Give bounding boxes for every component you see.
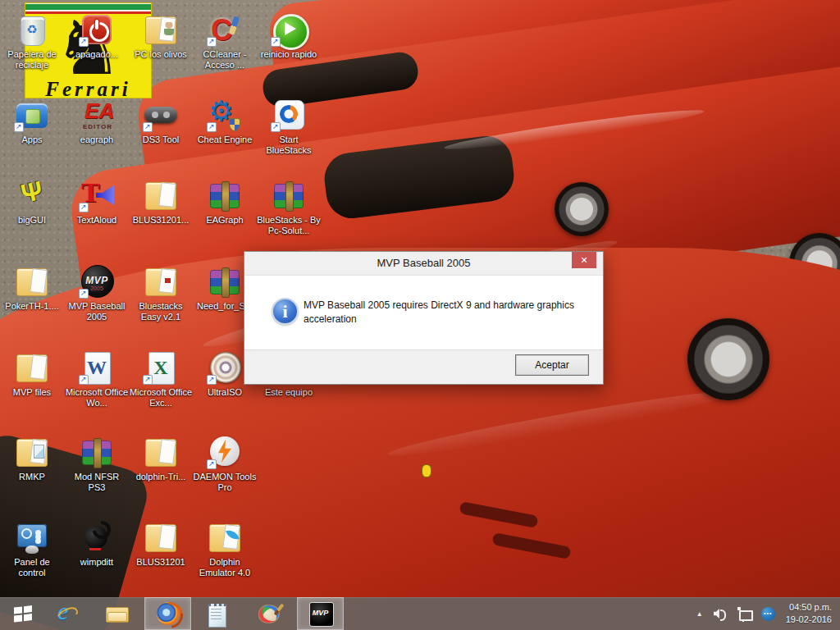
desktop-icon-label: TextAloud	[65, 215, 129, 226]
dialog-titlebar[interactable]: MVP Baseball 2005 ✕	[244, 252, 603, 275]
folder-icon	[13, 263, 51, 299]
system-tray: ▲ 04:50 p.m. 19-02-2016	[696, 597, 840, 630]
desktop-icon-ccleaner[interactable]: CCleaner - Acceso ...	[193, 11, 257, 71]
taskbar-file-explorer[interactable]	[95, 597, 138, 630]
desktop-icon-microsoft-office-word[interactable]: Microsoft Office Wo...	[65, 349, 129, 409]
desktop-icon-bluestacks-pcsolut[interactable]: BlueStacks - By Pc-Solut...	[257, 177, 321, 236]
rar-icon	[206, 177, 244, 213]
desktop-icon-panel-de-control[interactable]: Panel de control	[0, 519, 64, 578]
wimp-icon	[78, 519, 116, 555]
internet-explorer-icon	[53, 601, 78, 626]
ccleaner-icon	[206, 11, 244, 48]
daemon-icon	[206, 434, 244, 470]
firefox-icon	[156, 601, 180, 626]
tray-app-icon[interactable]	[761, 607, 775, 621]
desktop-icon-label: MVP files	[0, 387, 64, 398]
taskbar-internet-explorer[interactable]	[44, 597, 87, 630]
desktop-icon-blus31201-dots[interactable]: BLUS31201...	[129, 177, 193, 226]
close-button[interactable]: ✕	[572, 252, 596, 268]
desktop-icon-textaloud[interactable]: TextAloud	[65, 177, 129, 226]
tray-time: 04:50 p.m.	[786, 601, 832, 614]
close-icon: ✕	[580, 255, 587, 265]
desktop-icon-label: Bluestacks Easy v2.1	[129, 301, 193, 322]
desktop-icon-label: dolphin-Tri...	[129, 472, 193, 482]
desktop-icon-eagraph-rar[interactable]: EAGraph	[193, 177, 257, 226]
icon-decoration	[25, 546, 39, 554]
shortcut-arrow-icon	[271, 37, 281, 47]
desktop-icon-papelera-de-reciclaje[interactable]: Papelera de reciclaje	[0, 11, 64, 71]
desktop-icon-label: DAEMON Tools Pro	[193, 472, 257, 493]
folder-icon	[142, 519, 180, 555]
excel-icon	[142, 349, 180, 386]
start-icon	[11, 601, 35, 626]
taskbar-mvp-baseball[interactable]	[297, 597, 344, 630]
desktop-icon-label: Start BlueStacks	[257, 135, 321, 156]
desktop-icon-dolphin-tri[interactable]: dolphin-Tri...	[129, 434, 193, 482]
shortcut-arrow-icon	[143, 375, 153, 385]
cheat-icon	[206, 97, 244, 133]
desktop-icon-label: bigGUI	[0, 215, 64, 226]
desktop-icon-mvp-files[interactable]: MVP files	[0, 349, 64, 398]
aceptar-button[interactable]: Aceptar	[515, 354, 589, 376]
desktop-icon-biggui[interactable]: bigGUI	[0, 177, 64, 226]
network-icon[interactable]	[737, 607, 751, 620]
shortcut-arrow-icon	[79, 289, 89, 299]
desktop-icon-cheat-engine[interactable]: Cheat Engine	[193, 97, 257, 145]
icon-decoration	[229, 118, 240, 131]
desktop-icon-label: EAGraph	[193, 215, 257, 226]
desktop-icon-mvp-baseball-2005[interactable]: MVP Baseball 2005	[65, 263, 129, 322]
notepad-icon	[204, 601, 229, 626]
play-icon	[270, 11, 308, 48]
desktop-icon-reinicio-rapido[interactable]: reinicio rapido	[257, 11, 321, 60]
icon-decoration	[89, 548, 101, 550]
desktop-icon-pokerth[interactable]: PokerTH-1....	[0, 263, 64, 312]
desktop-icon-apagado[interactable]: apagado...	[65, 11, 129, 60]
taskbar-paint[interactable]	[248, 597, 290, 630]
folder-user-icon	[142, 11, 180, 48]
shortcut-arrow-icon	[207, 122, 217, 132]
file-explorer-icon	[104, 601, 129, 626]
desktop-icon-start-bluestacks[interactable]: Start BlueStacks	[257, 97, 321, 156]
desktop-icon-label: Microsoft Office Wo...	[65, 387, 129, 409]
shortcut-arrow-icon	[79, 203, 89, 212]
rar-icon	[78, 434, 116, 470]
folder-icon	[13, 349, 51, 386]
dialog-body: MVP Baseball 2005 requires DirectX 9 and…	[244, 275, 603, 350]
biggui-icon	[13, 177, 51, 213]
desktop-icon-daemon-tools-pro[interactable]: DAEMON Tools Pro	[193, 434, 257, 493]
folder-dolphin-icon	[206, 519, 244, 555]
show-hidden-icons-button[interactable]: ▲	[696, 610, 703, 618]
taskbar-notepad[interactable]	[195, 597, 238, 630]
desktop: ♞ Ferrari Papelera de reciclajeapagado..…	[0, 0, 840, 630]
desktop-icon-dolphin-emulator[interactable]: Dolphin Emulator 4.0	[193, 519, 257, 578]
taskbar-firefox[interactable]	[144, 597, 191, 630]
desktop-icon-eagraph-editor[interactable]: eagraph	[65, 97, 129, 145]
icon-decoration	[164, 22, 174, 35]
desktop-icon-blus31201[interactable]: BLUS31201	[129, 519, 193, 568]
ea-icon	[78, 97, 116, 133]
icon-decoration	[95, 20, 98, 30]
desktop-icon-label: CCleaner - Acceso ...	[193, 49, 257, 71]
desktop-icon-bluestacks-easy[interactable]: Bluestacks Easy v2.1	[129, 263, 193, 322]
control-icon	[13, 519, 51, 555]
rar-icon	[270, 177, 308, 213]
clock[interactable]: 04:50 p.m. 19-02-2016	[786, 601, 832, 626]
rar-icon	[206, 263, 244, 299]
folder-photo-icon	[13, 434, 51, 470]
desktop-icon-apps[interactable]: Apps	[0, 97, 64, 145]
desktop-icon-label: DS3 Tool	[129, 135, 193, 145]
desktop-icon-ds3-tool[interactable]: DS3 Tool	[129, 97, 193, 145]
shortcut-arrow-icon	[143, 122, 153, 132]
desktop-icon-label: Papelera de reciclaje	[0, 49, 64, 71]
dialog-footer: Aceptar	[244, 349, 603, 384]
dialog-message: MVP Baseball 2005 requires DirectX 9 and…	[304, 299, 574, 326]
volume-icon[interactable]	[714, 607, 727, 620]
bluestacks-icon	[270, 97, 308, 133]
taskbar-start-button[interactable]	[2, 597, 44, 630]
desktop-icon-pc-los-olivos[interactable]: PC los olivos	[129, 11, 193, 60]
shortcut-arrow-icon	[207, 459, 217, 469]
desktop-icon-wimpditt[interactable]: wimpditt	[65, 519, 129, 568]
desktop-icon-microsoft-office-excel[interactable]: Microsoft Office Exc...	[129, 349, 193, 409]
desktop-icon-rmkp[interactable]: RMKP	[0, 434, 64, 482]
desktop-icon-mod-nfsr-ps3[interactable]: Mod NFSR PS3	[65, 434, 129, 493]
